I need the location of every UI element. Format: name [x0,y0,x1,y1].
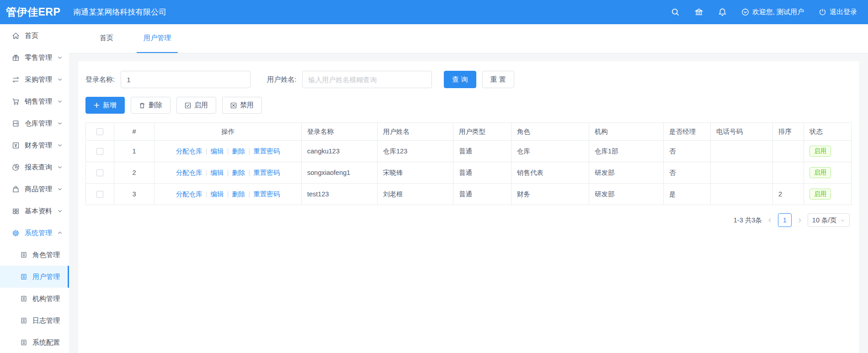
doc-icon [20,339,27,346]
next-page-icon[interactable] [797,217,803,223]
sidebar-item-label: 系统管理 [25,229,52,237]
enable-button[interactable]: 启用 [176,97,216,114]
reset-password-link[interactable]: 重置密码 [253,169,280,176]
search-button[interactable]: 查 询 [444,71,476,88]
link-separator: | [227,190,229,198]
sidebar-item-log-management[interactable]: 日志管理 [0,310,69,332]
chevron-down-icon [57,208,63,214]
sidebar-item-system-config[interactable]: 系统配置 [0,332,69,353]
chevron-down-icon [57,77,63,82]
row-checkbox[interactable] [96,169,103,176]
app-logo: 管伊佳ERP [0,5,60,19]
reset-button[interactable]: 重 置 [482,71,514,88]
column-header-login: 登录名称 [302,123,378,141]
chevron-up-icon [57,230,63,236]
link-separator: | [248,169,250,176]
sidebar-item-goods[interactable]: 商品管理 [0,178,69,200]
logout-icon [819,8,826,16]
home-icon [12,32,20,40]
sidebar-item-reports[interactable]: 报表查询 [0,156,69,178]
bank-icon[interactable] [694,8,703,16]
delete-link[interactable]: 删除 [232,190,245,198]
content-area: 登录名称: 用户姓名: 查 询 重 置 新增 [69,53,868,353]
column-header-index: # [114,123,154,141]
cell-manager: 是 [664,184,711,205]
sidebar-item-user-management[interactable]: 用户管理 [0,266,69,288]
table-row: 2 分配仓库|编辑|删除|重置密码 songxiaofeng1 宋晓锋 普通 销… [86,162,852,184]
sidebar-item-basic-data[interactable]: 基本资料 [0,200,69,222]
row-index: 2 [114,162,154,184]
row-checkbox[interactable] [96,191,103,198]
user-name-label: 用户姓名: [267,75,296,84]
user-management-panel: 登录名称: 用户姓名: 查 询 重 置 新增 [78,61,859,353]
welcome-user[interactable]: 欢迎您, 测试用户 [741,8,804,16]
search-icon[interactable] [671,8,680,16]
reset-password-link[interactable]: 重置密码 [253,190,280,198]
status-badge: 启用 [809,189,831,200]
page-number-button[interactable]: 1 [778,213,792,227]
cell-phone [711,162,773,184]
select-all-checkbox[interactable] [96,128,103,135]
sidebar-item-label: 机构管理 [32,295,60,303]
delete-button-label: 删除 [149,101,162,110]
user-name-input[interactable] [302,71,432,88]
assign-warehouse-link[interactable]: 分配仓库 [176,169,202,176]
tab-user-management[interactable]: 用户管理 [137,24,178,53]
cell-status: 启用 [804,141,852,162]
reset-password-link[interactable]: 重置密码 [253,148,280,155]
delete-button[interactable]: 删除 [131,97,170,114]
edit-link[interactable]: 编辑 [211,190,224,198]
sidebar-item-sales[interactable]: 销售管理 [0,90,69,112]
sidebar-item-finance[interactable]: 财务管理 [0,134,69,156]
sidebar-item-purchase[interactable]: 采购管理 [0,68,69,90]
delete-link[interactable]: 删除 [232,148,245,155]
prev-page-icon[interactable] [767,217,773,223]
logout-button[interactable]: 退出登录 [819,8,857,16]
sidebar-item-system[interactable]: 系统管理 [0,222,69,244]
sales-icon [12,98,20,105]
cell-org: 研发部 [589,162,664,184]
sidebar-item-warehouse[interactable]: 仓库管理 [0,112,69,134]
delete-link[interactable]: 删除 [232,169,245,176]
sidebar-item-label: 零售管理 [25,53,52,62]
sidebar-item-label: 仓库管理 [25,119,52,128]
cell-sort [773,162,804,184]
check-square-icon [185,102,191,109]
row-checkbox[interactable] [96,148,103,155]
sidebar-item-label: 日志管理 [32,316,60,325]
link-separator: | [248,190,250,198]
sidebar-item-label: 报表查询 [25,163,52,172]
sidebar-item-role-management[interactable]: 角色管理 [0,244,69,266]
sidebar-item-org-management[interactable]: 机构管理 [0,288,69,310]
main-area: 首页 用户管理 登录名称: 用户姓名: 查 询 重 置 [69,24,868,353]
cell-status: 启用 [804,184,852,205]
assign-warehouse-link[interactable]: 分配仓库 [176,190,202,198]
page-size-select[interactable]: 10 条/页 [808,213,850,227]
add-button-label: 新增 [103,101,117,110]
top-header-bar: 管伊佳ERP 南通某某网络科技有限公司 欢迎您, 测试用户 [0,0,868,24]
sidebar-item-label: 用户管理 [32,273,60,281]
select-all-cell [86,123,114,141]
sidebar-item-label: 采购管理 [25,75,52,84]
link-separator: | [206,190,208,198]
add-button[interactable]: 新增 [85,97,125,114]
login-name-input[interactable] [121,71,250,88]
edit-link[interactable]: 编辑 [211,169,224,176]
tab-bar: 首页 用户管理 [69,24,868,53]
disable-button[interactable]: 禁用 [222,97,262,114]
assign-warehouse-link[interactable]: 分配仓库 [176,148,202,155]
sidebar-item-label: 角色管理 [32,251,60,259]
doc-icon [20,295,27,302]
tab-home[interactable]: 首页 [93,24,120,53]
sidebar-item-retail[interactable]: 零售管理 [0,47,69,68]
link-separator: | [227,148,229,155]
sidebar-item-home[interactable]: 首页 [0,25,69,47]
doc-icon [20,317,27,324]
warehouse-icon [12,120,20,127]
cell-name: 仓库123 [378,141,453,162]
disable-button-label: 禁用 [240,101,254,110]
bell-icon[interactable] [718,8,727,16]
edit-link[interactable]: 编辑 [211,148,224,155]
link-separator: | [206,169,208,176]
purchase-icon [12,76,20,84]
